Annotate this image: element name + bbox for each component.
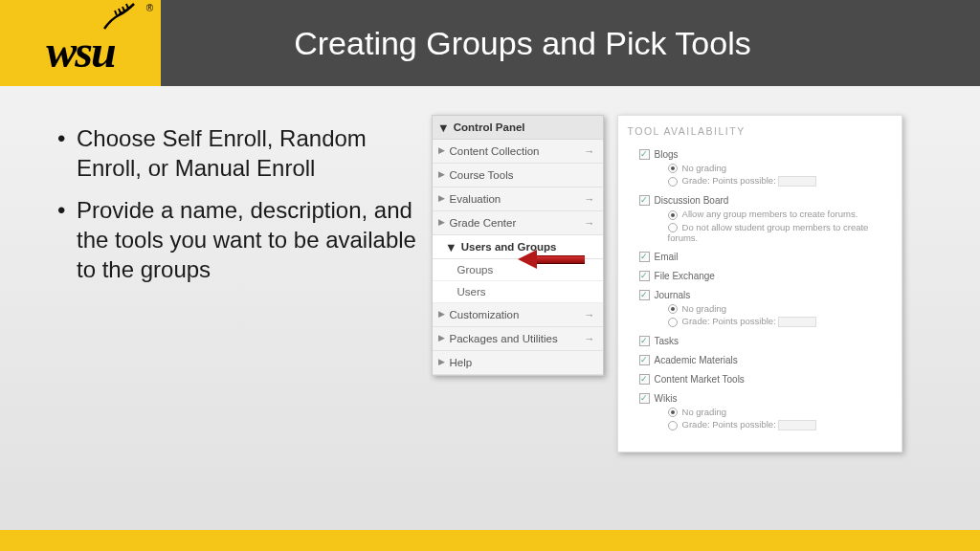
tool-sub-options: No gradingGrade: Points possible: (668, 407, 894, 430)
bullet-item: Provide a name, description, and the too… (57, 196, 422, 284)
radio-icon[interactable] (668, 304, 678, 314)
checkbox-icon[interactable]: ✓ (639, 336, 650, 346)
tool-label: File Exchange (655, 271, 715, 281)
arrow-right-icon: → (585, 333, 595, 344)
control-panel-item[interactable]: ▶Content Collection→ (433, 140, 603, 164)
control-panel-item[interactable]: ▶Customization→ (433, 303, 603, 327)
control-panel-item[interactable]: ▶Evaluation→ (433, 187, 603, 211)
control-panel-item[interactable]: ▶Help (433, 351, 603, 375)
slide-footer-bar (0, 530, 980, 551)
tool-label: Blogs (655, 149, 679, 160)
tool-sub-options: Allow any group members to create forums… (668, 209, 894, 243)
chevron-right-icon: ▶ (438, 309, 445, 319)
control-panel-item[interactable]: ▶Packages and Utilities→ (433, 327, 603, 351)
tool-sub-options: No gradingGrade: Points possible: (668, 303, 894, 327)
points-input[interactable] (778, 176, 816, 187)
points-input[interactable] (778, 420, 816, 430)
arrow-right-icon: → (585, 145, 595, 157)
tool-availability-item: ✓Academic Materials (639, 354, 894, 365)
tool-availability-title: TOOL AVAILABILITY (628, 125, 894, 137)
tool-availability-item: ✓BlogsNo gradingGrade: Points possible: (639, 148, 894, 187)
bullet-list: Choose Self Enroll, Random Enroll, or Ma… (0, 105, 432, 513)
control-panel-title: Control Panel (454, 121, 525, 133)
tool-label: Content Market Tools (655, 374, 745, 385)
callout-arrow-icon (518, 250, 585, 269)
tool-availability-item: ✓Email (639, 251, 894, 262)
chevron-right-icon: ▶ (438, 357, 445, 366)
chevron-right-icon: ▶ (438, 169, 445, 179)
wsu-logo: ® wsu (0, 0, 161, 86)
bullet-item: Choose Self Enroll, Random Enroll, or Ma… (57, 124, 422, 183)
chevron-right-icon: ▶ (438, 145, 445, 155)
slide-body: Choose Self Enroll, Random Enroll, or Ma… (0, 105, 980, 513)
chevron-down-icon: ▶ (438, 125, 448, 132)
checkbox-icon[interactable]: ✓ (639, 355, 650, 365)
control-panel-header[interactable]: ▶ Control Panel (433, 116, 603, 140)
radio-icon[interactable] (668, 318, 678, 327)
tool-availability-item: ✓JournalsNo gradingGrade: Points possibl… (639, 289, 894, 327)
tool-availability-panel: TOOL AVAILABILITY ✓BlogsNo gradingGrade:… (617, 115, 902, 452)
checkbox-icon[interactable]: ✓ (639, 393, 650, 404)
checkbox-icon[interactable]: ✓ (639, 195, 650, 206)
chevron-down-icon: ▶ (446, 245, 456, 252)
slide-header: ® wsu Creating Groups and Pick Tools (0, 0, 980, 86)
tool-availability-item: ✓Content Market Tools (639, 373, 894, 385)
tool-label: Academic Materials (655, 355, 738, 365)
screenshot-panels: ▶ Control Panel ▶Content Collection→▶Cou… (432, 105, 980, 513)
checkbox-icon[interactable]: ✓ (639, 271, 650, 281)
arrow-right-icon: → (585, 309, 595, 320)
radio-icon[interactable] (668, 177, 678, 187)
tool-availability-item: ✓File Exchange (639, 270, 894, 281)
radio-icon[interactable] (668, 164, 678, 173)
radio-icon[interactable] (668, 421, 678, 430)
points-input[interactable] (778, 317, 816, 327)
control-panel-item[interactable]: ▶Course Tools (433, 164, 603, 187)
tool-availability-item: ✓Tasks (639, 335, 894, 346)
checkbox-icon[interactable]: ✓ (639, 149, 650, 160)
slide-title: Creating Groups and Pick Tools (161, 25, 980, 62)
control-panel-sub-users[interactable]: Users (433, 281, 603, 303)
checkbox-icon[interactable]: ✓ (639, 290, 650, 300)
tool-label: Discussion Board (655, 195, 729, 206)
tool-availability-item: ✓WikisNo gradingGrade: Points possible: (639, 392, 894, 430)
arrow-right-icon: → (585, 217, 595, 229)
logo-text: wsu (46, 25, 114, 77)
tool-label: Wikis (655, 393, 678, 404)
tool-sub-options: No gradingGrade: Points possible: (668, 163, 894, 187)
tool-availability-item: ✓Discussion BoardAllow any group members… (639, 194, 894, 243)
radio-icon[interactable] (668, 210, 678, 220)
control-panel-menu: ▶ Control Panel ▶Content Collection→▶Cou… (432, 115, 604, 376)
checkbox-icon[interactable]: ✓ (639, 374, 650, 385)
registered-mark: ® (146, 3, 153, 13)
chevron-right-icon: ▶ (438, 217, 445, 227)
checkbox-icon[interactable]: ✓ (639, 252, 650, 262)
tool-label: Tasks (655, 336, 679, 346)
slide: ® wsu Creating Groups and Pick Tools Cho… (0, 0, 980, 551)
tool-label: Journals (655, 290, 691, 300)
chevron-right-icon: ▶ (438, 333, 445, 342)
arrow-right-icon: → (585, 193, 595, 205)
chevron-right-icon: ▶ (438, 193, 445, 203)
tool-label: Email (655, 252, 679, 262)
radio-icon[interactable] (668, 408, 678, 417)
control-panel-item[interactable]: ▶Grade Center→ (433, 211, 603, 235)
radio-icon[interactable] (668, 223, 678, 232)
